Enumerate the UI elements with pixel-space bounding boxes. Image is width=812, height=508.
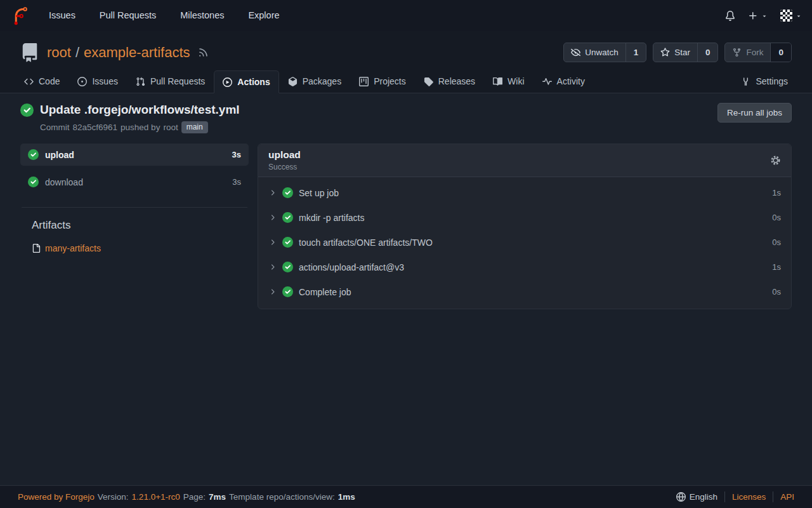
licenses-link[interactable]: Licenses xyxy=(732,492,766,502)
commit-sha-link[interactable]: 82a5cf6961 xyxy=(73,123,118,132)
forgejo-logo[interactable] xyxy=(10,6,29,25)
step-row-touch[interactable]: touch artifacts/ONE artifacts/TWO 0s xyxy=(258,230,791,255)
nav-milestones[interactable]: Milestones xyxy=(169,10,235,20)
tab-label: Packages xyxy=(303,76,341,86)
job-row-upload[interactable]: upload 3s xyxy=(20,144,249,166)
issue-icon xyxy=(77,77,87,86)
step-duration: 1s xyxy=(772,262,781,272)
tab-projects[interactable]: Projects xyxy=(350,70,415,93)
language-label: English xyxy=(690,492,717,502)
run-title: Update .forgejo/workflows/test.yml xyxy=(40,103,240,117)
version-label: Version: xyxy=(98,492,129,502)
unwatch-button[interactable]: Unwatch xyxy=(564,43,625,62)
language-menu[interactable]: English xyxy=(676,492,717,502)
navbar-right xyxy=(725,10,802,22)
check-circle-icon xyxy=(282,212,293,223)
tab-code[interactable]: Code xyxy=(15,70,69,93)
fork-icon xyxy=(732,48,742,57)
create-new-button[interactable] xyxy=(748,11,768,21)
powered-by-link[interactable]: Powered by Forgejo xyxy=(18,492,95,502)
tab-label: Settings xyxy=(756,76,788,86)
step-row-mkdir[interactable]: mkdir -p artifacts 0s xyxy=(258,205,791,230)
footer: Powered by Forgejo Version: 1.21.0+1-rc0… xyxy=(0,485,812,508)
tab-releases[interactable]: Releases xyxy=(415,70,484,93)
template-time-label: Template repo/actions/view: xyxy=(229,492,335,502)
job-detail-header: upload Success xyxy=(258,144,791,177)
job-name: download xyxy=(45,177,83,187)
page-time-label: Page: xyxy=(183,492,206,502)
stars-count[interactable]: 0 xyxy=(697,43,718,62)
page-time-value: 7ms xyxy=(209,492,226,502)
repo-header: root / example-artifacts Unwatch 1 Star … xyxy=(0,31,812,93)
job-options-button[interactable] xyxy=(770,155,781,166)
step-row-setup[interactable]: Set up job 1s xyxy=(258,180,791,205)
nav-explore[interactable]: Explore xyxy=(237,10,290,20)
actions-run-view: Update .forgejo/workflows/test.yml Commi… xyxy=(0,93,812,485)
eye-slash-icon xyxy=(571,48,580,57)
footer-left: Powered by Forgejo Version: 1.21.0+1-rc0… xyxy=(18,492,355,502)
steps-list: Set up job 1s mkdir -p artifacts 0s touc… xyxy=(258,177,791,309)
forks-count[interactable]: 0 xyxy=(770,43,791,62)
tab-activity[interactable]: Activity xyxy=(534,70,594,93)
tab-label: Activity xyxy=(557,76,585,86)
tab-packages[interactable]: Packages xyxy=(279,70,350,93)
chevron-right-icon xyxy=(268,288,277,296)
tab-label: Pull Requests xyxy=(150,76,205,86)
fork-button[interactable]: Fork xyxy=(725,43,770,62)
version-link[interactable]: 1.21.0+1-rc0 xyxy=(132,492,180,502)
nav-issues[interactable]: Issues xyxy=(38,10,86,20)
tab-settings[interactable]: Settings xyxy=(732,70,797,93)
artifact-link-many-artifacts[interactable]: many-artifacts xyxy=(32,243,101,253)
step-row-upload-artifact[interactable]: actions/upload-artifact@v3 1s xyxy=(258,255,791,279)
footer-divider xyxy=(724,491,725,502)
repo-name-link[interactable]: example-artifacts xyxy=(84,44,190,61)
check-circle-icon xyxy=(28,177,39,187)
artifact-name: many-artifacts xyxy=(45,243,101,253)
check-circle-icon xyxy=(282,187,293,198)
repo-tabs: Code Issues Pull Requests Actions Packag… xyxy=(0,70,812,93)
check-circle-icon xyxy=(28,149,39,160)
repo-title-row: root / example-artifacts Unwatch 1 Star … xyxy=(0,43,812,62)
forgejo-logo-icon xyxy=(10,6,29,25)
tab-label: Wiki xyxy=(508,76,524,86)
notifications-button[interactable] xyxy=(725,11,735,21)
job-detail-status: Success xyxy=(268,163,301,171)
tab-pull-requests[interactable]: Pull Requests xyxy=(127,70,214,93)
chevron-down-icon xyxy=(761,13,768,19)
navbar: Issues Pull Requests Milestones Explore xyxy=(0,0,812,31)
tab-issues[interactable]: Issues xyxy=(69,70,126,93)
user-menu-button[interactable] xyxy=(780,10,802,22)
step-row-complete[interactable]: Complete job 0s xyxy=(258,279,791,304)
fork-button-group: Fork 0 xyxy=(724,43,792,62)
rerun-all-jobs-button[interactable]: Re-run all jobs xyxy=(717,103,792,123)
rss-icon[interactable] xyxy=(198,47,209,58)
commit-prefix: Commit xyxy=(40,123,70,132)
run-success-icon xyxy=(20,104,34,117)
tab-label: Releases xyxy=(438,76,475,86)
commit-user-link[interactable]: root xyxy=(163,123,178,132)
job-row-download[interactable]: download 3s xyxy=(20,171,249,193)
tab-actions[interactable]: Actions xyxy=(214,70,278,93)
watchers-count[interactable]: 1 xyxy=(625,43,646,62)
branch-badge[interactable]: main xyxy=(181,121,208,133)
tag-icon xyxy=(424,77,433,86)
jobs-sidebar: upload 3s download 3s Artifacts many-art… xyxy=(20,144,249,255)
step-label: actions/upload-artifact@v3 xyxy=(299,262,404,272)
footer-divider xyxy=(773,491,773,502)
tab-label: Issues xyxy=(92,76,117,86)
step-duration: 0s xyxy=(772,213,781,222)
tab-wiki[interactable]: Wiki xyxy=(484,70,533,93)
tab-label: Code xyxy=(39,76,60,86)
repo-owner-link[interactable]: root xyxy=(47,44,71,61)
api-link[interactable]: API xyxy=(780,492,794,502)
star-button[interactable]: Star xyxy=(653,43,697,62)
step-duration: 0s xyxy=(772,237,781,247)
nav-pull-requests[interactable]: Pull Requests xyxy=(89,10,167,20)
check-circle-icon xyxy=(282,237,293,248)
code-icon xyxy=(24,77,34,86)
step-label: Complete job xyxy=(299,287,351,297)
file-icon xyxy=(32,244,41,253)
chevron-right-icon xyxy=(268,238,277,246)
chevron-right-icon xyxy=(268,213,277,222)
footer-right: English Licenses API xyxy=(676,491,794,502)
